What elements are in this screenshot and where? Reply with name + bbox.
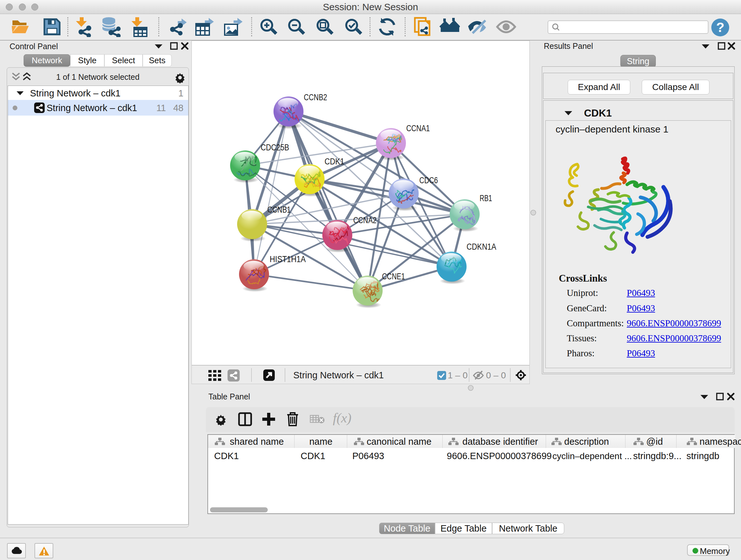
svg-text:CDKN1A: CDKN1A <box>467 242 496 252</box>
svg-text:CCNE1: CCNE1 <box>382 272 405 281</box>
svg-text:CCNB2: CCNB2 <box>304 92 327 102</box>
svg-text:CDC25B: CDC25B <box>261 143 289 152</box>
svg-text:RB1: RB1 <box>480 193 492 203</box>
svg-text:CCNA2: CCNA2 <box>353 215 377 225</box>
svg-text:CDK1: CDK1 <box>325 157 344 166</box>
svg-text:HIST1H1A: HIST1H1A <box>270 254 306 264</box>
svg-text:?: ? <box>716 20 724 35</box>
svg-text:CDC6: CDC6 <box>419 176 438 185</box>
svg-text:CCNB1: CCNB1 <box>267 205 291 214</box>
svg-text:CCNA1: CCNA1 <box>406 124 430 133</box>
